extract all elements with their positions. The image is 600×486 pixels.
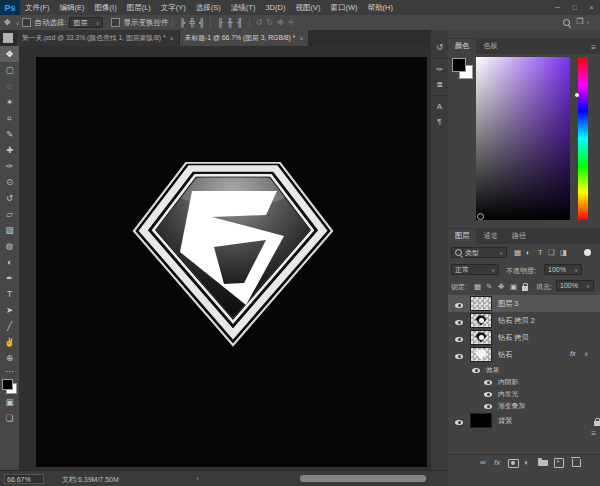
- show-transform-checkbox[interactable]: [111, 18, 120, 27]
- menu-select[interactable]: 选择(S): [191, 3, 226, 13]
- pen-tool[interactable]: ✒: [0, 270, 19, 286]
- hue-slider-marker[interactable]: [574, 92, 580, 98]
- new-layer-icon[interactable]: [554, 458, 564, 468]
- tab-layers[interactable]: 图层: [448, 229, 476, 244]
- distribute-right-icon[interactable]: ╢: [237, 18, 243, 27]
- character-icon[interactable]: A: [431, 99, 449, 114]
- effect-row[interactable]: 渐变叠加: [448, 399, 600, 411]
- eraser-tool[interactable]: ▱: [0, 206, 19, 222]
- auto-select-checkbox[interactable]: [22, 18, 31, 27]
- effects-group-label[interactable]: 效果: [486, 365, 500, 375]
- tab-paths[interactable]: 路径: [505, 229, 533, 244]
- layer-name[interactable]: 钻石 拷贝: [498, 333, 529, 343]
- tab-swatches[interactable]: 色板: [476, 39, 504, 54]
- align-bottom-icon[interactable]: ╣: [199, 18, 205, 27]
- collapse-effects-icon[interactable]: ∧: [584, 350, 588, 357]
- edit-toolbar-icon[interactable]: ⋯: [0, 366, 19, 376]
- layer-style-icon[interactable]: fx: [494, 458, 500, 467]
- effect-label[interactable]: 内发光: [498, 389, 518, 399]
- align-top-icon[interactable]: ╠: [179, 18, 185, 27]
- menu-image[interactable]: 图像(I): [90, 3, 122, 13]
- effects-group-row[interactable]: 效果: [448, 363, 600, 375]
- layer-name[interactable]: 图层 3: [498, 299, 518, 309]
- visibility-eye-icon[interactable]: [484, 392, 492, 397]
- tool-preset-caret-icon[interactable]: ∨: [16, 20, 20, 26]
- lock-position-icon[interactable]: ✥: [498, 282, 504, 291]
- layer-thumbnail[interactable]: [470, 347, 492, 362]
- layer-thumbnail[interactable]: [470, 313, 492, 328]
- path-selection-tool[interactable]: ➤: [0, 302, 19, 318]
- layer-thumbnail[interactable]: [470, 296, 492, 311]
- layer-name[interactable]: 钻石: [498, 350, 512, 360]
- visibility-eye-icon[interactable]: [472, 368, 480, 373]
- status-chevron-icon[interactable]: ›: [196, 474, 199, 483]
- color-picker-marker[interactable]: [477, 213, 484, 220]
- visibility-eye-icon[interactable]: [484, 380, 492, 385]
- menu-type[interactable]: 文字(Y): [156, 3, 191, 13]
- panel-menu-icon[interactable]: ≡: [591, 43, 596, 52]
- foreground-color-swatch[interactable]: [452, 58, 466, 72]
- menu-layer[interactable]: 图层(L): [122, 3, 156, 13]
- brush-tool[interactable]: ✑: [0, 158, 19, 174]
- lasso-tool[interactable]: ◌: [0, 78, 19, 94]
- saturation-brightness-box[interactable]: [476, 57, 570, 220]
- filter-type-icon[interactable]: T: [538, 248, 543, 257]
- lock-transparent-icon[interactable]: ▦: [474, 282, 481, 291]
- close-button[interactable]: ×: [583, 0, 600, 14]
- lock-all-icon[interactable]: [522, 286, 528, 291]
- hue-slider[interactable]: [578, 57, 588, 220]
- lock-artboard-icon[interactable]: ▣: [510, 282, 517, 291]
- effect-label[interactable]: 内阴影: [498, 377, 518, 387]
- distribute-center-icon[interactable]: ╫: [227, 18, 233, 27]
- properties-icon[interactable]: ≣: [431, 77, 449, 92]
- color-fg-bg-swatch[interactable]: [452, 58, 474, 80]
- visibility-eye-icon[interactable]: [455, 337, 463, 342]
- workspace-switcher-icon[interactable]: ❐∨: [576, 17, 590, 26]
- paragraph-icon[interactable]: ¶: [431, 114, 449, 129]
- layer-row-selected[interactable]: 图层 3: [448, 295, 600, 312]
- history-icon[interactable]: ↺: [431, 40, 449, 55]
- filter-toggle-icon[interactable]: [584, 249, 591, 256]
- document-tab-inactive[interactable]: 第一天.psd @ 33.3% (颜色查找 1, 图层蒙版/8) * ×: [17, 30, 180, 46]
- layer-row[interactable]: 钻石 拷贝: [448, 329, 600, 346]
- document-tab-active[interactable]: 未标题-1 @ 66.7% (图层 3, RGB/8) * ×: [180, 30, 309, 46]
- foreground-background-swatch[interactable]: [2, 379, 17, 394]
- type-tool[interactable]: T: [0, 286, 19, 302]
- add-mask-icon[interactable]: [508, 459, 519, 468]
- maximize-button[interactable]: □: [566, 0, 583, 14]
- filter-smart-object-icon[interactable]: ◨: [560, 248, 567, 257]
- filter-shape-icon[interactable]: ❏: [548, 248, 555, 257]
- fx-badge[interactable]: fx: [570, 350, 575, 357]
- marquee-tool[interactable]: ▢: [0, 62, 19, 78]
- blur-tool[interactable]: ◍: [0, 238, 19, 254]
- menu-filter[interactable]: 滤镜(T): [226, 3, 261, 13]
- layer-filter-dropdown[interactable]: 类型 ∨: [451, 247, 507, 258]
- brush-settings-icon[interactable]: ✑: [431, 62, 449, 77]
- layer-thumbnail[interactable]: [470, 330, 492, 345]
- delete-layer-icon[interactable]: [572, 459, 581, 467]
- shape-tool[interactable]: ╱: [0, 318, 19, 334]
- effect-row[interactable]: 内阴影: [448, 375, 600, 387]
- menu-window[interactable]: 窗口(W): [325, 3, 362, 13]
- horizontal-scrollbar[interactable]: [300, 475, 426, 482]
- layer-row[interactable]: 钻石 fx ∧: [448, 346, 600, 363]
- screen-mode-button[interactable]: ❏: [0, 410, 19, 426]
- visibility-eye-icon[interactable]: [455, 303, 463, 308]
- filter-pixel-icon[interactable]: ▦: [514, 248, 521, 257]
- minimize-button[interactable]: ─: [549, 0, 566, 14]
- lock-pixels-icon[interactable]: ✎: [486, 282, 492, 291]
- eyedropper-tool[interactable]: ✎: [0, 126, 19, 142]
- gradient-tool[interactable]: ▨: [0, 222, 19, 238]
- layer-name[interactable]: 背景: [498, 416, 512, 426]
- layer-name[interactable]: 钻石 拷贝 2: [498, 316, 535, 326]
- layer-thumbnail[interactable]: [470, 413, 492, 428]
- effect-label[interactable]: 渐变叠加: [498, 401, 525, 411]
- healing-brush-tool[interactable]: ✚: [0, 142, 19, 158]
- filter-adjustment-icon[interactable]: ◐: [526, 248, 531, 257]
- opacity-dropdown[interactable]: 100%∨: [544, 264, 582, 275]
- history-brush-tool[interactable]: ↺: [0, 190, 19, 206]
- hand-tool[interactable]: ✌: [0, 334, 19, 350]
- move-tool[interactable]: ✥: [0, 46, 19, 62]
- search-icon[interactable]: [563, 19, 570, 28]
- tab-bar-left-icon[interactable]: [3, 33, 13, 43]
